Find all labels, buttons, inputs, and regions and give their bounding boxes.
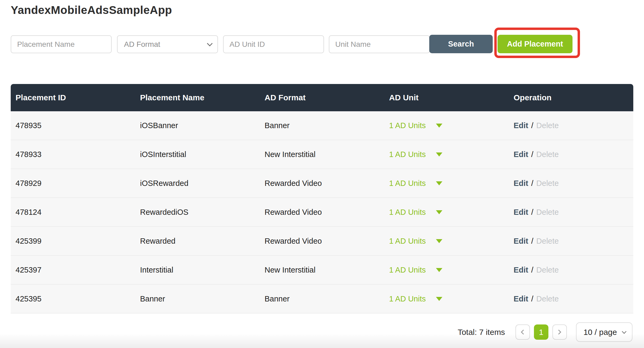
ad-units-expander[interactable]: 1 AD Units xyxy=(389,150,509,159)
edit-link[interactable]: Edit xyxy=(514,237,528,245)
cell-placement-id: 478124 xyxy=(11,208,135,217)
table-row: 478933 iOSInterstitial New Interstitial … xyxy=(11,140,633,169)
add-placement-button[interactable]: Add Placement xyxy=(498,35,573,53)
delete-link[interactable]: Delete xyxy=(536,121,559,130)
ad-units-label: 1 AD Units xyxy=(389,208,426,217)
delete-link[interactable]: Delete xyxy=(536,208,559,216)
ad-units-expander[interactable]: 1 AD Units xyxy=(389,266,509,274)
cell-ad-format: Banner xyxy=(260,121,384,130)
delete-link[interactable]: Delete xyxy=(536,237,559,245)
chevron-down-icon xyxy=(622,329,626,334)
search-button[interactable]: Search xyxy=(429,35,493,53)
cell-placement-id: 425395 xyxy=(11,295,135,303)
ad-units-expander[interactable]: 1 AD Units xyxy=(389,208,509,217)
column-header-placement-name: Placement Name xyxy=(135,93,260,102)
delete-link[interactable]: Delete xyxy=(536,295,559,303)
cell-placement-name: iOSBanner xyxy=(135,121,260,130)
column-header-ad-unit: AD Unit xyxy=(384,93,509,102)
cell-placement-name: Rewarded xyxy=(135,237,260,246)
next-page-button[interactable] xyxy=(552,324,567,340)
cell-operation: Edit/Delete xyxy=(509,150,633,159)
ad-units-expander[interactable]: 1 AD Units xyxy=(389,295,509,303)
operation-separator: / xyxy=(528,208,536,216)
edit-link[interactable]: Edit xyxy=(514,266,528,274)
ad-units-label: 1 AD Units xyxy=(389,266,426,274)
edit-link[interactable]: Edit xyxy=(514,208,528,216)
cell-placement-id: 478933 xyxy=(11,150,135,159)
cell-placement-name: Interstitial xyxy=(135,266,260,274)
ad-units-label: 1 AD Units xyxy=(389,150,426,159)
cell-placement-id: 478929 xyxy=(11,179,135,188)
ad-units-label: 1 AD Units xyxy=(389,179,426,188)
ad-units-expander[interactable]: 1 AD Units xyxy=(389,179,509,188)
chevron-down-icon xyxy=(207,41,213,46)
cell-operation: Edit/Delete xyxy=(509,121,633,130)
page-size-value: 10 / page xyxy=(583,328,617,337)
operation-separator: / xyxy=(528,295,536,303)
cell-operation: Edit/Delete xyxy=(509,179,633,188)
caret-down-icon xyxy=(436,152,442,156)
cell-placement-id: 425399 xyxy=(11,237,135,246)
cell-ad-format: Rewarded Video xyxy=(260,179,384,188)
cell-placement-id: 478935 xyxy=(11,121,135,130)
cell-operation: Edit/Delete xyxy=(509,237,633,246)
ad-format-select[interactable]: AD Format xyxy=(117,35,218,53)
caret-down-icon xyxy=(436,124,442,128)
unit-name-input[interactable] xyxy=(329,35,430,53)
operation-separator: / xyxy=(528,121,536,130)
caret-down-icon xyxy=(436,297,442,301)
operation-separator: / xyxy=(528,179,536,188)
caret-down-icon xyxy=(436,210,442,214)
page-size-select[interactable]: 10 / page xyxy=(576,322,632,342)
cell-placement-name: iOSInterstitial xyxy=(135,150,260,159)
ad-units-expander[interactable]: 1 AD Units xyxy=(389,121,509,130)
delete-link[interactable]: Delete xyxy=(536,266,559,274)
prev-page-button[interactable] xyxy=(515,324,530,340)
ad-units-label: 1 AD Units xyxy=(389,295,426,303)
cell-ad-format: New Interstitial xyxy=(260,150,384,159)
ad-units-label: 1 AD Units xyxy=(389,237,426,246)
chevron-right-icon xyxy=(556,330,561,334)
ad-unit-id-input[interactable] xyxy=(223,35,324,53)
column-header-ad-format: AD Format xyxy=(260,93,384,102)
table-row: 425399 Rewarded Rewarded Video 1 AD Unit… xyxy=(11,227,633,256)
placement-name-input[interactable] xyxy=(11,35,112,53)
edit-link[interactable]: Edit xyxy=(514,150,528,159)
table-row: 425395 Banner Banner 1 AD Units Edit/Del… xyxy=(11,285,633,313)
operation-separator: / xyxy=(528,150,536,159)
edit-link[interactable]: Edit xyxy=(514,121,528,130)
ad-units-label: 1 AD Units xyxy=(389,121,426,130)
total-items-label: Total: 7 items xyxy=(458,328,505,337)
cell-placement-name: RewardediOS xyxy=(135,208,260,217)
delete-link[interactable]: Delete xyxy=(536,150,559,159)
cell-placement-name: iOSRewarded xyxy=(135,179,260,188)
caret-down-icon xyxy=(436,181,442,185)
ad-units-expander[interactable]: 1 AD Units xyxy=(389,237,509,246)
column-header-placement-id: Placement ID xyxy=(11,93,135,102)
cell-operation: Edit/Delete xyxy=(509,266,633,274)
cell-placement-name: Banner xyxy=(135,295,260,303)
caret-down-icon xyxy=(436,239,442,243)
column-header-operation: Operation xyxy=(509,93,633,102)
table-row: 425397 Interstitial New Interstitial 1 A… xyxy=(11,256,633,285)
table-row: 478124 RewardediOS Rewarded Video 1 AD U… xyxy=(11,198,633,227)
cell-placement-id: 425397 xyxy=(11,266,135,274)
table-row: 478935 iOSBanner Banner 1 AD Units Edit/… xyxy=(11,111,633,140)
cell-ad-format: New Interstitial xyxy=(260,266,384,274)
page-1-button[interactable]: 1 xyxy=(534,324,548,340)
operation-separator: / xyxy=(528,266,536,274)
delete-link[interactable]: Delete xyxy=(536,179,559,188)
cell-operation: Edit/Delete xyxy=(509,295,633,303)
cell-ad-format: Rewarded Video xyxy=(260,208,384,217)
page-title: YandexMobileAdsSampleApp xyxy=(11,4,172,17)
table-header: Placement ID Placement Name AD Format AD… xyxy=(11,84,633,111)
placements-table: Placement ID Placement Name AD Format AD… xyxy=(11,84,633,313)
edit-link[interactable]: Edit xyxy=(514,295,528,303)
cell-operation: Edit/Delete xyxy=(509,208,633,217)
pagination-bar: Total: 7 items 1 10 / page xyxy=(458,322,632,342)
caret-down-icon xyxy=(436,268,442,272)
cell-ad-format: Rewarded Video xyxy=(260,237,384,246)
cell-ad-format: Banner xyxy=(260,295,384,303)
edit-link[interactable]: Edit xyxy=(514,179,528,188)
chevron-left-icon xyxy=(521,330,526,334)
